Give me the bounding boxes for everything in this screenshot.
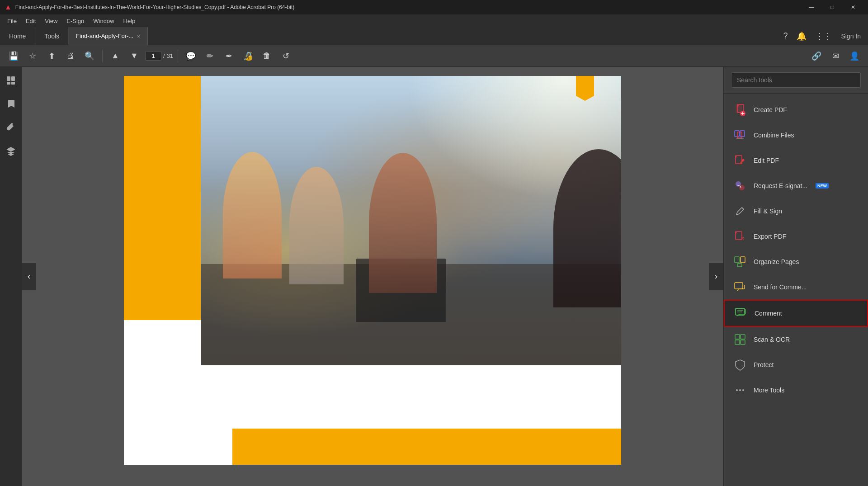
edit-pdf-icon bbox=[733, 153, 747, 168]
notification-bell-icon[interactable]: 🔔 bbox=[797, 31, 807, 41]
tool-create-pdf[interactable]: Create PDF bbox=[724, 97, 868, 123]
menu-view[interactable]: View bbox=[41, 17, 61, 25]
attachments-button[interactable] bbox=[3, 119, 19, 136]
scan-ocr-icon bbox=[733, 332, 747, 347]
toolbar-separator-1 bbox=[102, 50, 103, 62]
tool-combine-files[interactable]: Combine Files bbox=[724, 123, 868, 148]
tool-comment[interactable]: Comment bbox=[724, 300, 868, 327]
organize-pages-icon bbox=[733, 255, 747, 269]
tab-bar-right: ? 🔔 ⋮⋮ Sign In bbox=[776, 27, 868, 45]
tool-edit-pdf[interactable]: Edit PDF bbox=[724, 148, 868, 173]
create-pdf-icon bbox=[733, 103, 747, 117]
toolbar: 💾 ☆ ⬆ 🖨 🔍 ▲ ▼ / 31 💬 ✏ ✒ 🔏 🗑 ↺ 🔗 ✉ 👤 bbox=[0, 45, 868, 67]
svg-rect-23 bbox=[735, 340, 740, 344]
search-tools-area bbox=[724, 67, 868, 94]
tab-tools[interactable]: Tools bbox=[35, 27, 69, 45]
bookmark-button[interactable]: ☆ bbox=[24, 48, 41, 64]
right-tools-panel: Create PDF Combine Files bbox=[723, 67, 868, 486]
svg-point-26 bbox=[739, 389, 741, 391]
fill-sign-icon bbox=[733, 204, 747, 218]
search-button[interactable]: 🔍 bbox=[81, 48, 98, 64]
search-tools-input[interactable] bbox=[731, 72, 861, 88]
combine-files-icon bbox=[733, 128, 747, 142]
help-icon[interactable]: ? bbox=[783, 31, 788, 41]
menu-esign[interactable]: E-Sign bbox=[63, 17, 88, 25]
svg-rect-24 bbox=[741, 340, 745, 344]
tool-organize-pages[interactable]: Organize Pages bbox=[724, 249, 868, 274]
comment-icon bbox=[734, 306, 748, 321]
tab-home[interactable]: Home bbox=[0, 27, 35, 45]
request-esign-label: Request E-signat... bbox=[754, 182, 807, 189]
svg-rect-14 bbox=[735, 257, 739, 263]
tab-document-label: Find-and-Apply-For-... bbox=[76, 33, 133, 39]
yellow-side-strip bbox=[124, 76, 201, 320]
create-pdf-label: Create PDF bbox=[754, 106, 787, 113]
link-button[interactable]: 🔗 bbox=[808, 48, 825, 64]
print-button[interactable]: 🖨 bbox=[62, 48, 79, 64]
person-2 bbox=[289, 167, 344, 284]
acrobat-icon: ▲ bbox=[5, 3, 12, 11]
bookmarks-button[interactable] bbox=[3, 96, 19, 112]
svg-rect-1 bbox=[11, 76, 15, 81]
current-page-input[interactable] bbox=[145, 51, 161, 61]
menu-file[interactable]: File bbox=[4, 17, 20, 25]
toolbar-right: 🔗 ✉ 👤 bbox=[808, 48, 863, 64]
highlight-tool-button[interactable]: ✒ bbox=[221, 48, 237, 64]
next-page-button[interactable]: ▼ bbox=[126, 48, 142, 64]
svg-rect-22 bbox=[741, 335, 745, 339]
tools-list: Create PDF Combine Files bbox=[724, 94, 868, 486]
request-esign-icon bbox=[733, 179, 747, 193]
svg-rect-2 bbox=[7, 82, 10, 85]
protect-icon bbox=[733, 358, 747, 372]
export-pdf-icon bbox=[733, 229, 747, 244]
svg-rect-8 bbox=[737, 132, 742, 138]
svg-rect-21 bbox=[735, 335, 740, 339]
svg-point-27 bbox=[742, 389, 744, 391]
tool-send-comment[interactable]: Send for Comme... bbox=[724, 274, 868, 300]
page-thumbnails-button[interactable] bbox=[3, 72, 19, 89]
menu-help[interactable]: Help bbox=[120, 17, 139, 25]
tool-more-tools[interactable]: More Tools bbox=[724, 377, 868, 403]
undo-button[interactable]: ↺ bbox=[278, 48, 294, 64]
comment-tool-button[interactable]: 💬 bbox=[183, 48, 199, 64]
layers-button[interactable] bbox=[3, 143, 19, 159]
edit-pdf-label: Edit PDF bbox=[754, 157, 779, 164]
maximize-button[interactable]: □ bbox=[822, 0, 843, 14]
title-bar: ▲ Find-and-Apply-For-the-Best-Institutes… bbox=[0, 0, 868, 14]
svg-point-25 bbox=[736, 389, 738, 391]
tool-request-esign[interactable]: Request E-signat... NEW bbox=[724, 173, 868, 198]
prev-page-button[interactable]: ▲ bbox=[107, 48, 123, 64]
prev-page-arrow[interactable]: ‹ bbox=[22, 263, 36, 290]
minimize-button[interactable]: — bbox=[801, 0, 822, 14]
close-button[interactable]: ✕ bbox=[843, 0, 863, 14]
tool-protect[interactable]: Protect bbox=[724, 352, 868, 377]
delete-tool-button[interactable]: 🗑 bbox=[259, 48, 275, 64]
tab-close-button[interactable]: × bbox=[137, 33, 140, 39]
tool-fill-sign[interactable]: Fill & Sign bbox=[724, 198, 868, 224]
menu-window[interactable]: Window bbox=[90, 17, 118, 25]
svg-rect-16 bbox=[737, 264, 742, 267]
next-page-arrow[interactable]: › bbox=[709, 263, 723, 290]
email-button[interactable]: ✉ bbox=[827, 48, 844, 64]
menu-edit[interactable]: Edit bbox=[22, 17, 39, 25]
main-photo bbox=[201, 76, 621, 365]
profile-button[interactable]: 👤 bbox=[846, 48, 863, 64]
svg-rect-0 bbox=[7, 76, 10, 81]
svg-point-12 bbox=[739, 185, 745, 190]
total-pages: 31 bbox=[167, 52, 173, 59]
svg-rect-3 bbox=[11, 82, 15, 85]
tool-export-pdf[interactable]: Export PDF bbox=[724, 224, 868, 249]
upload-button[interactable]: ⬆ bbox=[43, 48, 60, 64]
sign-in-button[interactable]: Sign In bbox=[841, 33, 861, 40]
apps-grid-icon[interactable]: ⋮⋮ bbox=[816, 31, 832, 41]
window-controls[interactable]: — □ ✕ bbox=[801, 0, 863, 14]
page-separator: / bbox=[163, 52, 165, 59]
save-button[interactable]: 💾 bbox=[5, 48, 22, 64]
stamp-tool-button[interactable]: 🔏 bbox=[240, 48, 256, 64]
pen-tool-button[interactable]: ✏ bbox=[202, 48, 218, 64]
tool-scan-ocr[interactable]: Scan & OCR bbox=[724, 327, 868, 352]
tab-document[interactable]: Find-and-Apply-For-... × bbox=[69, 27, 148, 45]
svg-rect-9 bbox=[740, 131, 745, 137]
svg-rect-15 bbox=[741, 257, 745, 263]
fill-sign-label: Fill & Sign bbox=[754, 208, 782, 215]
